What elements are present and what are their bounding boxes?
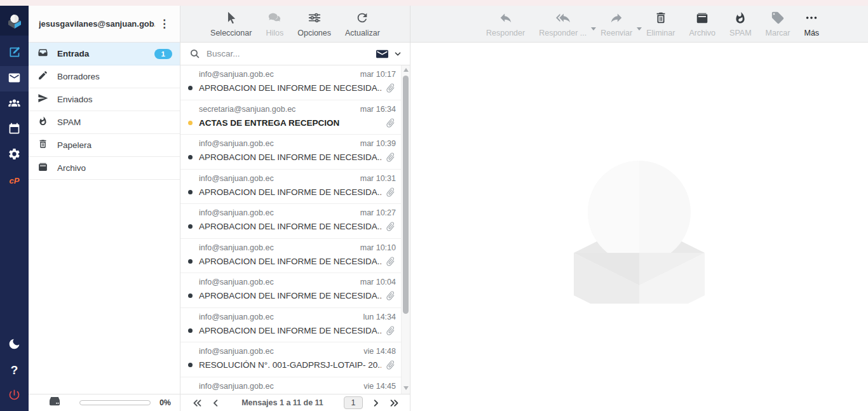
folder-item-papelera[interactable]: Papelera — [29, 134, 180, 157]
paperclip-icon — [383, 219, 398, 234]
folder-sidebar: jesusgavilanes@sanjuan.gob.... ⋮ Entrada… — [29, 6, 180, 411]
paperclip-icon — [383, 184, 398, 199]
scrollbar-thumb[interactable] — [403, 76, 409, 314]
toolbar-button-responder[interactable]: Responder — [479, 11, 532, 37]
disk-icon — [48, 396, 62, 409]
toolbar-button-label: Más — [804, 29, 819, 37]
message-row[interactable]: secretaria@sanjuan.gob.ecmar 16:34ACTAS … — [180, 100, 401, 135]
message-list-panel: info@sanjuan.gob.ecmar 10:17APROBACION D… — [180, 43, 410, 411]
pagination-summary: Mensajes 1 a 11 de 11 — [225, 398, 340, 407]
help-button[interactable]: ? — [0, 358, 29, 383]
message-status-dot[interactable] — [188, 259, 193, 264]
toolbar-button-archivo[interactable]: Archivo — [682, 11, 722, 37]
message-row[interactable]: info@sanjuan.gob.eclun 14:34APROBACION D… — [180, 308, 401, 343]
toolbar-button-label: Actualizar — [345, 29, 380, 37]
message-date: mar 10:04 — [360, 278, 396, 286]
compose-button[interactable] — [0, 41, 29, 66]
message-subject: RESOLUCIÓN N°. 001-GADPRSJ-LOTAIP- 20... — [199, 360, 381, 370]
page-number-input[interactable]: 1 — [344, 396, 363, 409]
paperclip-icon — [383, 81, 398, 96]
search-bar — [180, 43, 410, 65]
folder-label: SPAM — [57, 118, 172, 127]
tag-icon — [771, 11, 785, 29]
toolbar-button-m-s[interactable]: Más — [797, 11, 826, 37]
message-row[interactable]: info@sanjuan.gob.ecmar 10:27APROBACION D… — [180, 204, 401, 239]
message-row[interactable]: info@sanjuan.gob.ecmar 10:39APROBACION D… — [180, 135, 401, 170]
search-icon — [189, 48, 200, 59]
message-status-dot[interactable] — [188, 293, 193, 298]
folder-item-borradores[interactable]: Borradores — [29, 65, 180, 88]
toolbar-button-marcar[interactable]: Marcar — [759, 11, 797, 37]
logout-button[interactable] — [0, 383, 29, 408]
message-date: mar 10:10 — [360, 243, 396, 252]
toolbar-button-seleccionar[interactable]: Seleccionar — [203, 11, 259, 37]
compose-icon — [8, 46, 21, 62]
folder-item-entrada[interactable]: Entrada1 — [29, 43, 180, 65]
list-scrollbar[interactable] — [401, 65, 410, 394]
next-page-button[interactable] — [367, 398, 385, 408]
contacts-nav-button[interactable] — [0, 91, 29, 117]
toolbar-button-label: Opciones — [297, 29, 331, 37]
mail-nav-button[interactable] — [0, 66, 29, 91]
calendar-icon — [8, 122, 21, 138]
message-status-dot[interactable] — [188, 86, 193, 90]
first-page-button[interactable] — [188, 398, 207, 408]
message-date: mar 16:34 — [360, 105, 396, 114]
message-row[interactable]: info@sanjuan.gob.ecvie 14:48RESOLUCIÓN N… — [180, 342, 401, 377]
trash-icon — [37, 138, 48, 152]
quota-progress — [79, 400, 151, 405]
message-subject: APROBACION DEL INFORME DE NECESIDA... — [199, 187, 381, 197]
threads-icon — [268, 11, 281, 29]
ellipsis-icon — [804, 11, 818, 29]
toolbar-button-opciones[interactable]: Opciones — [290, 11, 338, 37]
account-bar: jesusgavilanes@sanjuan.gob.... ⋮ — [29, 6, 180, 43]
toolbar-button-actualizar[interactable]: Actualizar — [338, 11, 387, 37]
message-row[interactable]: info@sanjuan.gob.ecmar 10:04APROBACION D… — [180, 273, 401, 308]
paperclip-icon — [383, 288, 398, 304]
message-status-dot[interactable] — [188, 155, 193, 159]
dark-mode-button[interactable] — [0, 332, 29, 358]
account-menu-button[interactable]: ⋮ — [155, 18, 173, 29]
message-status-dot[interactable] — [188, 328, 193, 333]
message-row[interactable]: info@sanjuan.gob.ecmar 10:17APROBACION D… — [180, 65, 401, 100]
folder-item-archivo[interactable]: Archivo — [29, 157, 180, 180]
toolbar-button-reenviar[interactable]: Reenviar — [593, 11, 639, 37]
search-scope-button[interactable] — [376, 49, 403, 59]
message-status-dot[interactable] — [188, 224, 193, 229]
paper-plane-icon — [37, 93, 48, 106]
paperclip-icon — [383, 253, 398, 269]
folder-item-spam[interactable]: SPAM — [29, 111, 180, 134]
toolbar-button-spam[interactable]: SPAM — [722, 11, 759, 37]
pencil-icon — [37, 70, 48, 83]
message-row[interactable]: info@sanjuan.gob.ecmar 10:10APROBACION D… — [180, 239, 401, 274]
calendar-nav-button[interactable] — [0, 117, 29, 142]
toolbar-button-label: SPAM — [729, 29, 752, 37]
toolbar-button-label: Eliminar — [646, 29, 675, 37]
toolbar-button-responder[interactable]: Responder ... — [532, 11, 593, 37]
toolbar-button-label: Seleccionar — [210, 29, 252, 37]
folder-label: Borradores — [57, 72, 172, 81]
search-input[interactable] — [207, 49, 376, 58]
toolbar-button-hilos[interactable]: Hilos — [259, 11, 290, 37]
message-status-dot[interactable] — [188, 363, 193, 367]
toolbar-button-eliminar[interactable]: Eliminar — [639, 11, 682, 37]
reply-all-icon — [556, 11, 570, 29]
scroll-down-arrow[interactable] — [403, 386, 409, 390]
settings-nav-button[interactable] — [0, 142, 29, 168]
prev-page-button[interactable] — [207, 398, 225, 408]
message-status-dot[interactable] — [188, 121, 193, 125]
options-icon — [308, 11, 322, 29]
message-row[interactable]: info@sanjuan.gob.ecvie 14:45 — [180, 377, 401, 394]
scroll-up-arrow[interactable] — [403, 68, 409, 72]
folder-item-enviados[interactable]: Enviados — [29, 88, 180, 111]
message-row[interactable]: info@sanjuan.gob.ecmar 10:31APROBACION D… — [180, 170, 401, 205]
refresh-icon — [355, 11, 369, 29]
cpanel-nav-button[interactable]: cP — [0, 168, 29, 193]
message-date: mar 10:17 — [360, 70, 396, 79]
message-status-dot[interactable] — [188, 190, 193, 194]
last-page-button[interactable] — [385, 398, 403, 408]
paperclip-icon — [383, 358, 398, 373]
forward-icon — [609, 11, 623, 29]
folder-list: Entrada1BorradoresEnviadosSPAMPapeleraAr… — [29, 43, 180, 394]
message-date: vie 14:48 — [363, 347, 396, 356]
